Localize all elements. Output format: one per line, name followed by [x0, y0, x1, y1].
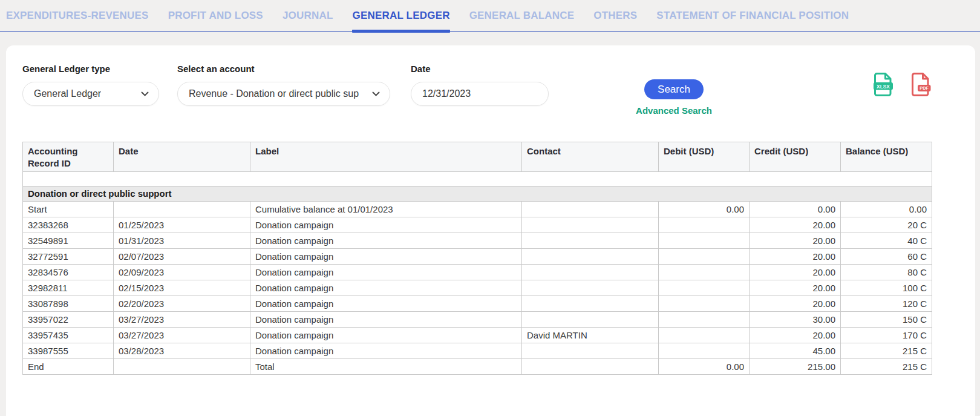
cell-credit: 20.00	[750, 233, 841, 248]
cell-debit	[659, 311, 750, 327]
cell-label: Donation campaign	[250, 233, 522, 248]
cell-contact	[522, 358, 659, 374]
ledger-type-select[interactable]: General Ledger	[22, 82, 159, 106]
cell-contact: David MARTIN	[522, 327, 659, 343]
cell-label: Donation campaign	[250, 217, 522, 233]
cell-debit	[659, 343, 750, 358]
cell-date	[114, 201, 250, 217]
cell-record-id: 32772591	[23, 248, 114, 264]
cell-balance: 60 C	[841, 248, 932, 264]
tab-bar: EXPENDITURES-REVENUES PROFIT AND LOSS JO…	[0, 0, 980, 32]
cell-balance: 150 C	[841, 311, 932, 327]
col-header-label: Label	[250, 142, 522, 172]
account-section-title: Donation or direct public support	[23, 186, 932, 201]
tab-statement-of-financial-position[interactable]: STATEMENT OF FINANCIAL POSITION	[656, 0, 849, 31]
general-ledger-panel: General Ledger type General Ledger Selec…	[6, 45, 975, 416]
cell-record-id: 32383268	[23, 217, 114, 233]
tab-general-ledger[interactable]: GENERAL LEDGER	[352, 0, 449, 31]
table-row: 32383268 01/25/2023 Donation campaign 20…	[23, 217, 932, 233]
cell-credit: 0.00	[750, 201, 841, 217]
cell-contact	[522, 248, 659, 264]
advanced-search-link[interactable]: Advanced Search	[636, 105, 712, 116]
cell-balance: 0.00	[841, 201, 932, 217]
export-pdf-icon[interactable]: PDF	[910, 72, 932, 97]
ledger-type-group: General Ledger type General Ledger	[22, 64, 159, 106]
xlsx-icon-label: XLSX	[877, 84, 890, 90]
cell-record-id: 32834576	[23, 264, 114, 280]
account-value: Revenue - Donation or direct public sup	[189, 88, 359, 99]
cell-debit	[659, 248, 750, 264]
cell-credit: 20.00	[750, 264, 841, 280]
cell-record-id: Start	[23, 201, 114, 217]
tab-others[interactable]: OTHERS	[593, 0, 637, 31]
cell-date: 03/28/2023	[114, 343, 250, 358]
cell-contact	[522, 264, 659, 280]
cell-label: Donation campaign	[250, 264, 522, 280]
cell-debit	[659, 280, 750, 295]
cell-credit: 20.00	[750, 217, 841, 233]
cell-debit: 0.00	[659, 358, 750, 374]
ledger-table: Accounting Record ID Date Label Contact …	[22, 142, 932, 375]
cell-credit: 45.00	[750, 343, 841, 358]
export-xlsx-icon[interactable]: XLSX	[872, 72, 894, 97]
cell-balance: 215 C	[841, 358, 932, 374]
cell-contact	[522, 311, 659, 327]
cell-contact	[522, 201, 659, 217]
account-select[interactable]: Revenue - Donation or direct public sup	[177, 82, 390, 106]
tab-journal[interactable]: JOURNAL	[283, 0, 333, 31]
tab-expenditures-revenues[interactable]: EXPENDITURES-REVENUES	[6, 0, 149, 31]
export-icons: XLSX PDF	[872, 72, 932, 97]
cell-contact	[522, 295, 659, 311]
cell-date: 02/07/2023	[114, 248, 250, 264]
cell-label: Donation campaign	[250, 280, 522, 295]
cell-balance: 215 C	[841, 343, 932, 358]
cell-record-id: 32982811	[23, 280, 114, 295]
cell-date: 03/27/2023	[114, 311, 250, 327]
cell-debit: 0.00	[659, 201, 750, 217]
ledger-type-value: General Ledger	[34, 88, 101, 99]
cell-credit: 20.00	[750, 295, 841, 311]
account-group: Select an account Revenue - Donation or …	[177, 64, 390, 106]
cell-label: Cumulative balance at 01/01/2023	[250, 201, 522, 217]
cell-date: 01/31/2023	[114, 233, 250, 248]
pdf-icon-label: PDF	[920, 85, 929, 91]
cell-balance: 170 C	[841, 327, 932, 343]
tab-profit-and-loss[interactable]: PROFIT AND LOSS	[168, 0, 263, 31]
cell-record-id: End	[23, 358, 114, 374]
cell-date: 02/15/2023	[114, 280, 250, 295]
filter-bar: General Ledger type General Ledger Selec…	[22, 64, 932, 116]
search-column: Search Advanced Search	[638, 79, 710, 116]
table-row: 33957435 03/27/2023 Donation campaign Da…	[23, 327, 932, 343]
spacer-row	[23, 171, 932, 186]
cell-label: Donation campaign	[250, 248, 522, 264]
cell-date: 01/25/2023	[114, 217, 250, 233]
table-row-total: End Total 0.00 215.00 215 C	[23, 358, 932, 374]
date-input[interactable]	[411, 82, 549, 106]
table-row: 33987555 03/28/2023 Donation campaign 45…	[23, 343, 932, 358]
search-button[interactable]: Search	[644, 79, 704, 99]
table-row: 33957022 03/27/2023 Donation campaign 30…	[23, 311, 932, 327]
tab-general-balance[interactable]: GENERAL BALANCE	[469, 0, 575, 31]
cell-label: Donation campaign	[250, 311, 522, 327]
table-row: 32772591 02/07/2023 Donation campaign 20…	[23, 248, 932, 264]
cell-credit: 215.00	[750, 358, 841, 374]
cell-date: 03/27/2023	[114, 327, 250, 343]
account-section-row: Donation or direct public support	[23, 186, 932, 201]
cell-label: Total	[250, 358, 522, 374]
cell-balance: 100 C	[841, 280, 932, 295]
cell-record-id: 33957435	[23, 327, 114, 343]
account-label: Select an account	[177, 64, 390, 74]
col-header-date: Date	[114, 142, 250, 172]
date-label: Date	[411, 64, 549, 74]
cell-debit	[659, 264, 750, 280]
cell-label: Donation campaign	[250, 343, 522, 358]
cell-contact	[522, 233, 659, 248]
cell-balance: 40 C	[841, 233, 932, 248]
cell-contact	[522, 217, 659, 233]
cell-debit	[659, 217, 750, 233]
cell-date: 02/20/2023	[114, 295, 250, 311]
cell-debit	[659, 327, 750, 343]
table-row: 33087898 02/20/2023 Donation campaign 20…	[23, 295, 932, 311]
cell-balance: 80 C	[841, 264, 932, 280]
col-header-contact: Contact	[522, 142, 659, 172]
